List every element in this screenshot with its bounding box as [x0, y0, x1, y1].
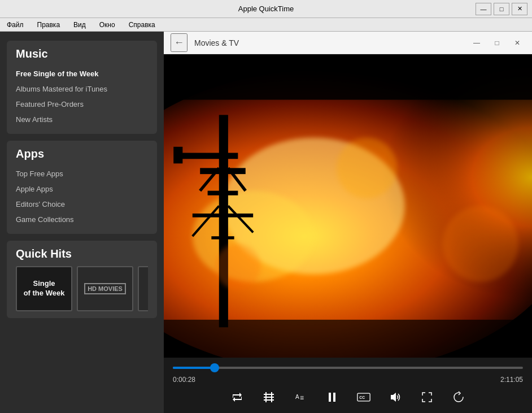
player-window-controls: — □ ✕ — [469, 37, 525, 49]
svg-rect-28 — [264, 399, 274, 401]
window-controls: — □ ✕ — [476, 3, 527, 15]
svg-rect-27 — [264, 397, 274, 398]
caption-size-button[interactable]: A ≡ — [291, 388, 309, 406]
app-title: Apple QuickTime — [238, 5, 294, 13]
sidebar-item-albums-mastered[interactable]: Albums Mastered for iTunes — [16, 81, 148, 97]
svg-rect-34 — [333, 393, 335, 402]
player-minimize-button[interactable]: — — [469, 37, 485, 49]
menu-edit[interactable]: Правка — [33, 20, 65, 30]
svg-marker-37 — [391, 393, 396, 402]
thumbnail-partial[interactable]: N — [138, 266, 148, 311]
sidebar-item-new-artists[interactable]: New Artists — [16, 112, 148, 127]
svg-rect-26 — [264, 394, 274, 395]
quick-hits-section: Quick Hits Singleof the Week HD MOVIES N — [7, 241, 157, 318]
player-close-button[interactable]: ✕ — [509, 37, 525, 49]
player-window-title: Movies & TV — [194, 38, 239, 47]
maximize-button[interactable]: □ — [494, 3, 509, 15]
close-button[interactable]: ✕ — [512, 3, 527, 15]
sidebar-item-apple-apps[interactable]: Apple Apps — [16, 181, 148, 197]
trim-button[interactable] — [260, 388, 278, 406]
time-current: 0:00:28 — [173, 376, 195, 384]
sidebar-item-featured-preorders[interactable]: Featured Pre-Orders — [16, 97, 148, 112]
player-back-button[interactable]: ← — [171, 33, 187, 52]
progress-thumb[interactable] — [210, 363, 219, 372]
svg-rect-6 — [200, 168, 246, 174]
main-content: Music Free Single of the Week Albums Mas… — [0, 32, 532, 413]
sidebar-item-free-single[interactable]: Free Single of the Week — [16, 66, 148, 81]
thumbnail-hd-movies[interactable]: HD MOVIES — [77, 266, 133, 311]
sidebar-item-game-collections[interactable]: Game Collections — [16, 212, 148, 227]
svg-rect-8 — [193, 214, 253, 218]
svg-rect-14 — [177, 153, 238, 159]
progress-track[interactable] — [173, 367, 523, 369]
apps-section-title: Apps — [16, 147, 148, 160]
replay-button[interactable] — [450, 388, 468, 406]
music-section: Music Free Single of the Week Albums Mas… — [7, 41, 157, 134]
hd-badge: HD MOVIES — [84, 283, 126, 294]
player-maximize-button[interactable]: □ — [489, 37, 505, 49]
menu-help[interactable]: Справка — [124, 20, 160, 30]
controls-buttons: A ≡ CC — [173, 388, 523, 406]
svg-point-22 — [337, 138, 397, 198]
video-scene — [164, 54, 532, 358]
menu-file[interactable]: Файл — [2, 20, 28, 30]
svg-text:CC: CC — [359, 395, 365, 399]
loop-button[interactable] — [228, 388, 246, 406]
video-area: ← Movies & TV — □ ✕ — [164, 32, 532, 413]
controls-bar: 0:00:28 2:11:05 — [164, 358, 532, 413]
player-titlebar: ← Movies & TV — □ ✕ — [164, 32, 532, 54]
progress-fill — [173, 367, 215, 369]
fullscreen-button[interactable] — [418, 388, 436, 406]
svg-rect-5 — [219, 115, 228, 327]
time-row: 0:00:28 2:11:05 — [173, 376, 523, 384]
sidebar-item-top-free-apps[interactable]: Top Free Apps — [16, 166, 148, 181]
svg-rect-29 — [265, 392, 267, 402]
quick-hits-thumbnails: Singleof the Week HD MOVIES N — [16, 266, 148, 311]
title-bar: Apple QuickTime — □ ✕ — [0, 0, 532, 18]
svg-rect-9 — [211, 236, 234, 239]
video-content — [164, 54, 532, 358]
svg-point-23 — [215, 244, 261, 290]
sidebar-item-editors-choice[interactable]: Editors' Choice — [16, 197, 148, 212]
player-window: ← Movies & TV — □ ✕ — [164, 32, 532, 413]
time-total: 2:11:05 — [500, 376, 523, 384]
svg-rect-15 — [173, 147, 182, 164]
volume-button[interactable] — [386, 388, 404, 406]
svg-rect-25 — [164, 54, 532, 100]
progress-container[interactable] — [173, 362, 523, 373]
menu-view[interactable]: Вид — [69, 20, 90, 30]
subtitles-button[interactable]: CC — [355, 388, 373, 406]
svg-text:≡: ≡ — [300, 394, 304, 402]
quick-hits-title: Quick Hits — [16, 247, 148, 260]
pause-button[interactable] — [323, 388, 341, 406]
menu-window[interactable]: Окно — [95, 20, 120, 30]
svg-text:A: A — [295, 394, 299, 400]
apps-section: Apps Top Free Apps Apple Apps Editors' C… — [7, 141, 157, 234]
sidebar: Music Free Single of the Week Albums Mas… — [0, 32, 164, 413]
svg-point-24 — [443, 206, 518, 282]
music-section-title: Music — [16, 47, 148, 60]
minimize-button[interactable]: — — [476, 3, 491, 15]
thumbnail-single-of-week[interactable]: Singleof the Week — [16, 266, 72, 311]
svg-rect-21 — [164, 320, 532, 358]
svg-rect-33 — [329, 393, 331, 402]
svg-rect-7 — [208, 191, 238, 195]
svg-rect-30 — [271, 392, 272, 402]
thumbnail-single-text: Singleof the Week — [24, 279, 65, 298]
menu-bar: Файл Правка Вид Окно Справка — [0, 18, 532, 32]
